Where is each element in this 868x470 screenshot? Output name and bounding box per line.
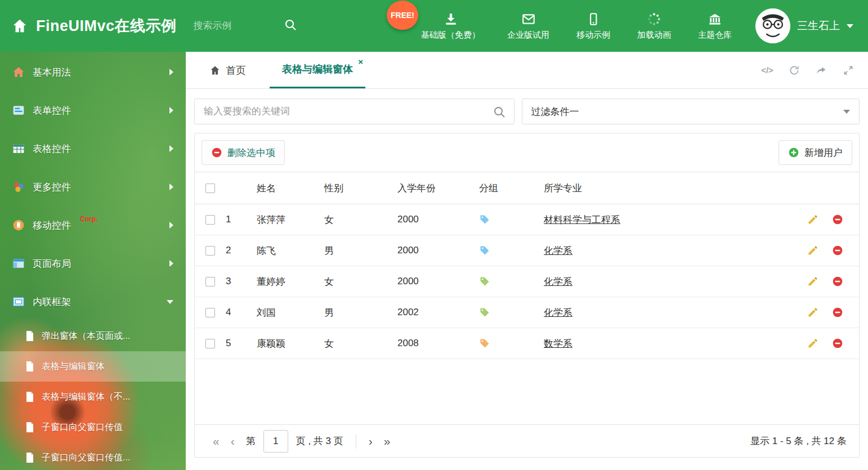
major-link[interactable]: 化学系	[544, 245, 572, 256]
header-search-input[interactable]	[194, 20, 284, 32]
major-link[interactable]: 化学系	[544, 307, 572, 318]
sidebar-subitem-label: 子窗口向父窗口传值	[42, 422, 123, 433]
top-header: FineUIMvc在线示例 FREE! 基础版（免费） 企业版试用	[0, 0, 868, 52]
cell-year: 2000	[389, 245, 471, 256]
edit-icon[interactable]	[807, 338, 818, 349]
sidebar-item-grid-controls[interactable]: 表格控件	[0, 129, 186, 168]
edit-icon[interactable]	[807, 307, 818, 318]
delete-icon[interactable]	[832, 307, 843, 318]
delete-icon[interactable]	[832, 338, 843, 349]
header-gender: 性别	[316, 182, 389, 195]
nav-item-loading-animation[interactable]: 加载动画	[637, 12, 671, 41]
table-body: 1 张萍萍 女 2000 材料科学与工程系 2 陈飞 男 2000	[195, 204, 859, 424]
brand[interactable]: FineUIMvc在线示例	[0, 16, 177, 36]
chevron-right-icon	[169, 69, 173, 75]
page-number-input[interactable]: 1	[263, 430, 288, 453]
table-row[interactable]: 3 董婷婷 女 2000 化学系	[195, 266, 859, 297]
sidebar-item-more-controls[interactable]: 更多控件	[0, 168, 186, 206]
major-link[interactable]: 数学系	[544, 338, 572, 349]
sidebar-item-label: 更多控件	[33, 181, 71, 194]
cell-group	[471, 245, 535, 256]
delete-selected-button[interactable]: 删除选中项	[202, 140, 285, 165]
cell-gender: 男	[316, 306, 389, 319]
tab-tools: </>	[761, 52, 854, 88]
chevron-down-icon	[843, 110, 850, 114]
delete-icon[interactable]	[832, 276, 843, 287]
cell-gender: 女	[316, 337, 389, 350]
sidebar-subitem-popup-window[interactable]: 弹出窗体（本页面或...	[0, 321, 186, 351]
keyword-search-box	[194, 99, 514, 124]
keyword-search-input[interactable]	[195, 99, 514, 124]
table-row[interactable]: 2 陈飞 男 2000 化学系	[195, 235, 859, 266]
cell-year: 2000	[389, 214, 471, 225]
refresh-icon[interactable]	[788, 64, 800, 77]
edit-icon[interactable]	[807, 214, 818, 225]
prev-page-button[interactable]: ‹	[225, 435, 240, 448]
share-icon[interactable]	[815, 64, 827, 77]
layout-icon	[12, 257, 25, 270]
search-icon[interactable]	[493, 105, 506, 121]
sidebar-item-page-layout[interactable]: 页面布局	[0, 244, 186, 283]
next-page-button[interactable]: ›	[363, 435, 378, 448]
nav-label: 企业版试用	[507, 30, 549, 41]
edit-icon[interactable]	[807, 245, 818, 256]
sidebar-subitem-child-to-parent-2[interactable]: 子窗口向父窗口传值...	[0, 442, 186, 470]
cell-row-number: 2	[226, 245, 248, 256]
nav-item-mobile-demo[interactable]: 移动示例	[576, 12, 610, 41]
nav-item-enterprise-trial[interactable]: 企业版试用	[507, 12, 549, 41]
cell-name: 陈飞	[248, 244, 316, 257]
filter-dropdown[interactable]: 过滤条件一	[522, 99, 860, 124]
close-icon[interactable]: ×	[358, 57, 363, 66]
add-user-button[interactable]: 新增用户	[778, 140, 852, 165]
tab-label: 表格与编辑窗体	[282, 62, 353, 76]
row-checkbox[interactable]	[205, 246, 215, 256]
nav-label: 加载动画	[637, 30, 671, 41]
sidebar-item-label: 基本用法	[33, 66, 71, 79]
user-menu[interactable]: 三生石上	[755, 8, 868, 43]
sidebar-item-label: 内联框架	[33, 296, 71, 308]
chevron-down-icon	[847, 24, 853, 28]
nav-item-basic-edition[interactable]: 基础版（免费）	[421, 12, 480, 41]
source-code-icon[interactable]: </>	[761, 64, 773, 77]
header-name: 姓名	[248, 182, 316, 195]
expand-icon[interactable]	[842, 64, 854, 77]
search-icon[interactable]	[284, 18, 297, 34]
select-all-checkbox[interactable]	[205, 183, 215, 193]
cell-row-number: 4	[226, 307, 248, 318]
plus-circle-icon	[788, 147, 799, 158]
file-icon	[25, 330, 35, 342]
delete-icon[interactable]	[832, 245, 843, 256]
table-row[interactable]: 4 刘国 男 2002 化学系	[195, 297, 859, 328]
table-row[interactable]: 1 张萍萍 女 2000 材料科学与工程系	[195, 204, 859, 235]
sidebar-subitem-grid-edit-window[interactable]: 表格与编辑窗体	[0, 351, 186, 382]
row-checkbox[interactable]	[205, 308, 215, 317]
sidebar-subitem-grid-edit-window-2[interactable]: 表格与编辑窗体（不...	[0, 382, 186, 412]
tab-home[interactable]: 首页	[203, 52, 253, 88]
nav-item-theme-store[interactable]: 主题仓库	[698, 12, 732, 41]
sidebar-item-mobile-controls[interactable]: 移动控件 Corp.	[0, 206, 186, 244]
major-link[interactable]: 材料科学与工程系	[544, 214, 620, 225]
first-page-button[interactable]: «	[207, 435, 225, 448]
edit-icon[interactable]	[807, 276, 818, 287]
row-checkbox[interactable]	[205, 215, 215, 225]
tab-grid-edit-window[interactable]: 表格与编辑窗体 ×	[270, 52, 365, 88]
row-checkbox[interactable]	[205, 277, 215, 287]
home-icon	[11, 17, 28, 34]
sidebar-item-inline-frame[interactable]: 内联框架	[0, 283, 186, 321]
sidebar-item-basic-usage[interactable]: 基本用法	[0, 53, 186, 91]
cell-row-number: 1	[226, 214, 248, 225]
sidebar-item-form-controls[interactable]: 表单控件	[0, 91, 186, 129]
grid-panel: 删除选中项 新增用户 姓名 性别 入学年份 分组 所学专业	[194, 133, 860, 458]
tag-icon	[479, 245, 490, 256]
delete-icon[interactable]	[832, 214, 843, 225]
last-page-button[interactable]: »	[378, 435, 396, 448]
header-search	[194, 18, 312, 34]
table-row[interactable]: 5 康颖颖 女 2008 数学系	[195, 328, 859, 359]
tag-icon	[479, 307, 490, 318]
row-checkbox[interactable]	[205, 339, 215, 348]
nav-label: 主题仓库	[698, 30, 732, 41]
cell-name: 刘国	[248, 306, 316, 319]
major-link[interactable]: 化学系	[544, 276, 572, 287]
header-year: 入学年份	[389, 182, 471, 195]
sidebar-subitem-child-to-parent[interactable]: 子窗口向父窗口传值	[0, 412, 186, 442]
